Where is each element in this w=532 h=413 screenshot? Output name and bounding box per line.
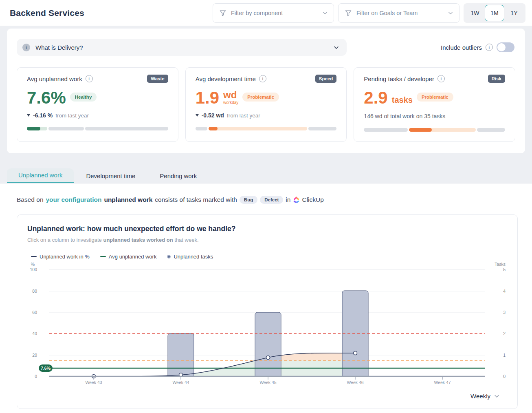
unplanned-work-chart[interactable]: 7.6% % 100 80 xyxy=(27,261,508,389)
chevron-down-icon xyxy=(322,10,328,16)
what-is-delivery-label: What is Delivery? xyxy=(35,44,328,51)
marker-week-46[interactable] xyxy=(354,351,357,355)
metrics-tab-bar: Unplanned work Development time Pending … xyxy=(0,169,532,183)
waste-badge: Waste xyxy=(147,75,168,83)
svg-text:100: 100 xyxy=(30,267,37,272)
range-1w-button[interactable]: 1W xyxy=(465,5,485,21)
marker-week-45[interactable] xyxy=(266,356,270,360)
svg-text:80: 80 xyxy=(32,289,37,294)
info-icon: i xyxy=(22,44,30,51)
bug-tag: Bug xyxy=(240,196,257,204)
goals-team-filter-placeholder: Filter on Goals or Team xyxy=(356,10,444,16)
delta-value: -6.16 % xyxy=(33,112,53,119)
what-is-delivery-accordion[interactable]: i What is Delivery? xyxy=(17,39,347,56)
metric-title: Avg development time xyxy=(196,75,256,82)
left-axis-labels: % 100 80 60 40 20 0 xyxy=(30,262,37,379)
unplanned-work-panel: Based on your configuration unplanned wo… xyxy=(0,183,532,413)
svg-text:5: 5 xyxy=(503,267,506,272)
page-title: Backend Services xyxy=(10,8,84,18)
line-swatch-icon xyxy=(100,256,106,257)
svg-text:0: 0 xyxy=(35,374,37,379)
note-connector: in xyxy=(286,196,290,203)
note-middle: consists of tasks marked with xyxy=(155,196,237,203)
svg-text:Week 47: Week 47 xyxy=(434,380,451,385)
svg-text:7.6%: 7.6% xyxy=(41,366,51,371)
funnel-icon xyxy=(219,9,227,17)
svg-text:20: 20 xyxy=(32,353,37,358)
funnel-icon xyxy=(344,9,352,17)
configuration-note: Based on your configuration unplanned wo… xyxy=(17,196,518,204)
svg-text:4: 4 xyxy=(503,289,506,294)
metric-card-development-time: Avg development time i Speed 1.9 wd work… xyxy=(185,67,347,142)
status-badge: Healthy xyxy=(70,93,97,102)
risk-badge: Risk xyxy=(488,75,505,83)
include-outliers-label: Include outliers xyxy=(441,44,482,51)
x-axis-labels: Week 43 Week 44 Week 45 Week 46 Week 47 xyxy=(85,380,451,385)
chevron-down-icon xyxy=(448,10,453,16)
metric-value: 2.9 xyxy=(364,89,387,106)
range-1m-button[interactable]: 1M xyxy=(485,5,504,21)
unplanned-work-chart-card: Unplanned work: how much unexpected effo… xyxy=(17,214,518,409)
delta-suffix: from last year xyxy=(227,113,260,119)
component-filter-placeholder: Filter by component xyxy=(231,10,318,16)
info-icon[interactable]: i xyxy=(259,75,266,82)
clickup-label: ClickUp xyxy=(302,196,323,203)
chart-legend: Unplanned work in % Avg unplanned work U… xyxy=(27,254,507,260)
legend-unplanned-tasks[interactable]: Unplanned tasks xyxy=(167,254,213,260)
circle-swatch-icon xyxy=(167,255,171,258)
tab-unplanned-work[interactable]: Unplanned work xyxy=(7,168,74,183)
app-header: Backend Services Filter by component Fil… xyxy=(0,0,532,26)
chevron-down-icon xyxy=(333,44,339,51)
svg-text:40: 40 xyxy=(32,331,37,336)
svg-text:Week 43: Week 43 xyxy=(85,380,102,385)
avg-line-label: 7.6% xyxy=(39,364,53,372)
svg-text:2: 2 xyxy=(503,331,506,336)
svg-text:%: % xyxy=(31,262,35,267)
status-badge: Problematic xyxy=(242,93,279,102)
defect-tag: Defect xyxy=(260,196,283,204)
svg-text:0: 0 xyxy=(503,374,506,379)
clickup-logo-icon xyxy=(293,196,300,204)
svg-text:Week 44: Week 44 xyxy=(172,380,189,385)
component-filter-dropdown[interactable]: Filter by component xyxy=(213,3,334,23)
info-icon[interactable]: i xyxy=(86,75,93,82)
metric-unit: tasks xyxy=(392,95,413,105)
svg-text:3: 3 xyxy=(503,310,506,315)
metric-title: Pending tasks / developer xyxy=(364,75,434,82)
chevron-down-icon[interactable] xyxy=(494,393,500,399)
delta-value: -0.52 wd xyxy=(202,112,224,119)
info-icon[interactable]: i xyxy=(437,75,445,82)
include-outliers-toggle[interactable] xyxy=(497,42,514,52)
svg-text:60: 60 xyxy=(32,310,37,315)
bar-week-45[interactable] xyxy=(255,312,281,376)
metric-unit: wd xyxy=(223,90,238,100)
legend-avg-unplanned-work[interactable]: Avg unplanned work xyxy=(100,254,157,260)
line-swatch-icon xyxy=(31,256,37,257)
status-badge: Problematic xyxy=(417,93,453,102)
bar-week-44[interactable] xyxy=(168,333,194,376)
delivery-section: i What is Delivery? Include outliers i A… xyxy=(7,29,525,153)
metric-subtext: 146 wd of total work on 35 tasks xyxy=(364,113,505,119)
note-prefix: Based on xyxy=(17,196,44,203)
threshold-progress-bar xyxy=(364,128,505,132)
metric-title: Avg unplanned work xyxy=(27,75,82,82)
tab-pending-work[interactable]: Pending work xyxy=(147,168,209,183)
trend-down-icon xyxy=(27,114,30,117)
metric-value: 7.6% xyxy=(27,89,66,106)
your-configuration-link[interactable]: your configuration xyxy=(46,196,102,203)
delta-suffix: from last year xyxy=(55,113,89,119)
tab-development-time[interactable]: Development time xyxy=(74,168,147,183)
legend-unplanned-work-pct[interactable]: Unplanned work in % xyxy=(31,254,90,260)
chart-title: Unplanned work: how much unexpected effo… xyxy=(27,225,507,233)
range-1y-button[interactable]: 1Y xyxy=(504,5,524,21)
threshold-progress-bar xyxy=(27,127,168,130)
goals-team-filter-dropdown[interactable]: Filter on Goals or Team xyxy=(338,3,459,23)
threshold-progress-bar xyxy=(196,127,337,130)
metric-unit-sub: workday xyxy=(223,101,238,105)
metric-value: 1.9 xyxy=(196,89,219,106)
granularity-select[interactable]: Weekly xyxy=(470,393,490,400)
metric-card-pending-tasks: Pending tasks / developer i Risk 2.9 tas… xyxy=(354,67,515,142)
svg-text:Week 46: Week 46 xyxy=(347,380,363,385)
time-range-selector: 1W 1M 1Y xyxy=(464,3,525,23)
speed-badge: Speed xyxy=(315,75,337,83)
